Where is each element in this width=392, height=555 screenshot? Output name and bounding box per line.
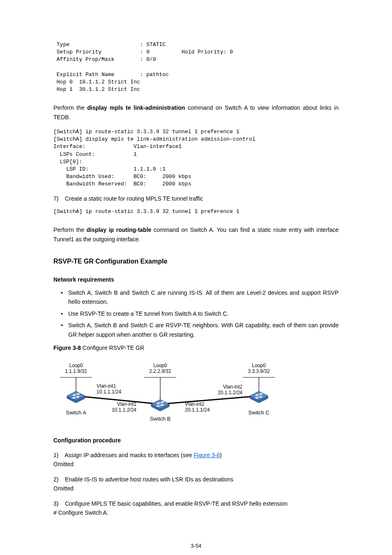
code-block-1: Type : STATIC Setup Priority : 0 Hold Pr…: [53, 41, 339, 93]
heading-network-req: Network requirements: [53, 275, 339, 284]
para-routingtable-bold: display ip routing-table: [87, 227, 152, 233]
omitted-2: Omitted: [53, 484, 339, 493]
switch-icon: [151, 400, 169, 411]
omitted-1: Omitted: [53, 460, 339, 469]
diagram-switch-c-name: Switch C: [248, 409, 269, 416]
step-3-text: Configure MPLS TE basic capabilities, an…: [65, 500, 288, 507]
diagram-label: Loop0: [69, 363, 83, 368]
diagram-label: 10.1.1.1/24: [97, 389, 121, 395]
diagram-label: 2.2.2.9/32: [149, 368, 171, 374]
para-routingtable: Perform the display ip routing-table com…: [53, 225, 339, 244]
diagram-label: 20.1.1.2/24: [218, 390, 242, 395]
list-item: Switch A, Switch B and Switch C are RSVP…: [61, 321, 339, 339]
step-3: 3) Configure MPLS TE basic capabilities,…: [53, 499, 339, 508]
figure-caption: Figure 3-8 Configure RSVP-TE GR: [53, 343, 339, 352]
page-number: 3-54: [53, 542, 339, 550]
heading-config-procedure: Configuration procedure: [53, 436, 339, 445]
step-7-text: Create a static route for routing MPLS T…: [65, 195, 203, 202]
step-2-num: 2): [53, 475, 63, 484]
step-2-text: Enable IS-IS to advertise host routes wi…: [65, 476, 233, 483]
svg-line-5: [160, 396, 259, 404]
diagram-label: Vlan-int2: [223, 384, 243, 390]
step-3-note: # Configure Switch A.: [53, 508, 339, 517]
diagram-label: Vlan-int2: [185, 401, 205, 407]
code-block-2: [SwitchA] ip route-static 3.3.3.9 32 tun…: [53, 128, 339, 188]
step-1-after: ): [220, 452, 222, 458]
para-linkadmin-bold: display mpls te link-administration: [87, 104, 185, 111]
list-item: Switch A, Switch B and Switch C are runn…: [61, 288, 339, 307]
step-1: 1) Assign IP addresses and masks to inte…: [53, 451, 339, 460]
para-routingtable-before: Perform the: [53, 227, 87, 233]
diagram-label: 3.3.3.9/32: [248, 368, 270, 374]
diagram-label: 10.1.1.2/24: [112, 407, 136, 413]
diagram-label: 20.1.1.1/24: [185, 407, 210, 413]
figure-title: Configure RSVP-TE GR: [83, 345, 144, 351]
switch-icon: [250, 391, 268, 403]
diagram-switch-a-name: Switch A: [66, 409, 86, 416]
code-block-3: [SwitchA] ip route-static 3.3.3.9 32 tun…: [53, 208, 339, 215]
diagram-label: Loop0: [153, 363, 167, 368]
switch-icon: [67, 391, 85, 403]
diagram-switch-b-name: Switch B: [150, 416, 171, 422]
network-req-list: Switch A, Switch B and Switch C are runn…: [53, 288, 339, 339]
step-1-before: Assign IP addresses and masks to interfa…: [65, 452, 194, 458]
step-3-num: 3): [53, 499, 63, 508]
diagram-label: 1.1.1.9/32: [65, 368, 87, 374]
list-item: Use RSVP-TE to create a TE tunnel from S…: [61, 309, 339, 318]
step-1-num: 1): [53, 451, 63, 460]
diagram-label: Loop0: [252, 363, 266, 368]
heading-rsvp-example: RSVP-TE GR Configuration Example: [53, 256, 339, 267]
step-2: 2) Enable IS-IS to advertise host routes…: [53, 475, 339, 484]
network-diagram: Loop0 1.1.1.9/32 Vlan-int1 10.1.1.1/24 S…: [53, 355, 284, 425]
diagram-label: Vlan-int1: [117, 401, 137, 407]
step-7-num: 7): [53, 194, 63, 203]
para-linkadmin: Perform the display mpls te link-adminis…: [53, 103, 339, 122]
step-7: 7) Create a static route for routing MPL…: [53, 194, 339, 203]
para-linkadmin-before: Perform the: [53, 104, 87, 111]
figure-label: Figure 3-8: [53, 345, 81, 351]
figure-link[interactable]: Figure 3-8: [194, 452, 220, 458]
diagram-label: Vlan-int1: [97, 383, 116, 389]
